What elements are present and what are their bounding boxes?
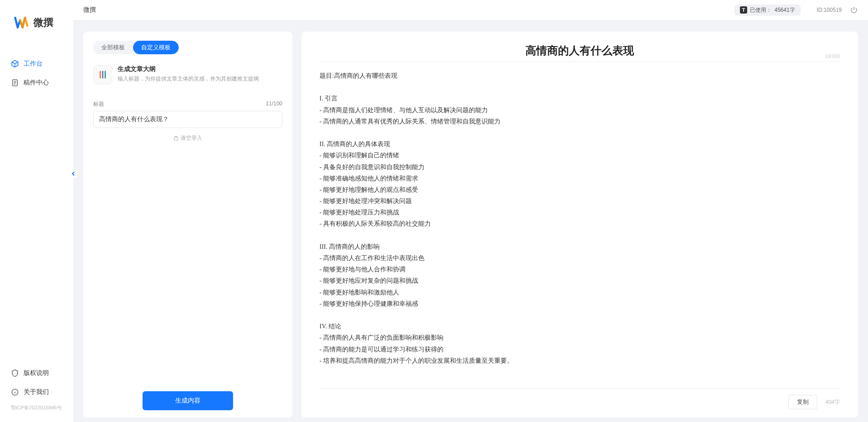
tabs: 全部模板 自定义模板 <box>93 41 179 54</box>
nav-label: 版权说明 <box>24 369 49 377</box>
template-panel: 全部模板 自定义模板 生成文章大纲 输入标题，为你提供文章主体的灵感，并为其创建… <box>83 32 292 417</box>
nav-item-copyright[interactable]: 版权说明 <box>0 365 73 382</box>
document-title[interactable]: 高情商的人有什么表现 <box>320 43 840 58</box>
template-icon <box>93 65 112 84</box>
nav-item-workbench[interactable]: 工作台 <box>0 55 73 72</box>
cube-icon <box>11 60 19 68</box>
usage-label: 已使用： <box>750 6 772 14</box>
user-id: ID:100519 <box>817 7 842 13</box>
template-title: 生成文章大纲 <box>118 65 259 73</box>
info-icon <box>11 388 19 396</box>
field-label: 标题 <box>93 100 104 108</box>
nav-label: 稿件中心 <box>24 79 49 87</box>
page-title: 微撰 <box>83 6 96 14</box>
template-card: 生成文章大纲 输入标题，为你提供文章主体的灵感，并为其创建推文提纲 <box>93 65 282 84</box>
document-footer: 复制 404字 <box>320 388 840 409</box>
logo-icon <box>14 14 30 31</box>
main: 全部模板 自定义模板 生成文章大纲 输入标题，为你提供文章主体的灵感，并为其创建… <box>73 20 868 422</box>
logo[interactable]: 微撰 <box>0 0 73 31</box>
tab-all-templates[interactable]: 全部模板 <box>93 41 133 54</box>
usage-pill[interactable]: T 已使用： 45641字 <box>734 5 800 16</box>
nav-item-drafts[interactable]: 稿件中心 <box>0 74 73 91</box>
nav-item-about[interactable]: 关于我们 <box>0 384 73 401</box>
text-badge-icon: T <box>740 6 747 14</box>
output-panel: 高情商的人有什么表现 10/100 题目:高情商的人有哪些表现 I. 引言 - … <box>301 32 858 417</box>
icp-text: 鄂ICP备2022016946号 <box>0 403 73 417</box>
doc-icon <box>11 79 19 87</box>
power-icon[interactable] <box>850 6 858 14</box>
tab-custom-templates[interactable]: 自定义模板 <box>133 41 179 54</box>
template-desc: 输入标题，为你提供文章主体的灵感，并为其创建推文提纲 <box>118 75 259 83</box>
copy-button[interactable]: 复制 <box>788 395 817 409</box>
title-char-counter: 10/100 <box>825 53 840 59</box>
generate-button[interactable]: 生成内容 <box>143 391 233 410</box>
sidebar: 微撰 工作台 稿件中心 版权说明 关于我们 鄂ICP备2 <box>0 0 73 422</box>
svg-rect-2 <box>174 137 178 140</box>
shield-icon <box>11 369 19 377</box>
document-body[interactable]: 题目:高情商的人有哪些表现 I. 引言 - 高情商是指人们处理情绪、与他人互动以… <box>320 70 840 388</box>
nav-bottom: 版权说明 关于我们 鄂ICP备2022016946号 <box>0 363 73 422</box>
title-input[interactable] <box>93 111 282 128</box>
nav: 工作台 稿件中心 <box>0 53 73 363</box>
nav-label: 工作台 <box>24 60 43 68</box>
clear-input-link[interactable]: 请空录入 <box>93 134 282 142</box>
topbar: 微撰 T 已使用： 45641字 ID:100519 <box>73 0 868 20</box>
word-count: 404字 <box>825 398 840 406</box>
nav-label: 关于我们 <box>24 388 49 396</box>
clear-icon <box>173 136 179 141</box>
char-counter: 11/100 <box>266 100 282 108</box>
usage-value: 45641字 <box>774 6 795 14</box>
logo-text: 微撰 <box>33 16 53 29</box>
